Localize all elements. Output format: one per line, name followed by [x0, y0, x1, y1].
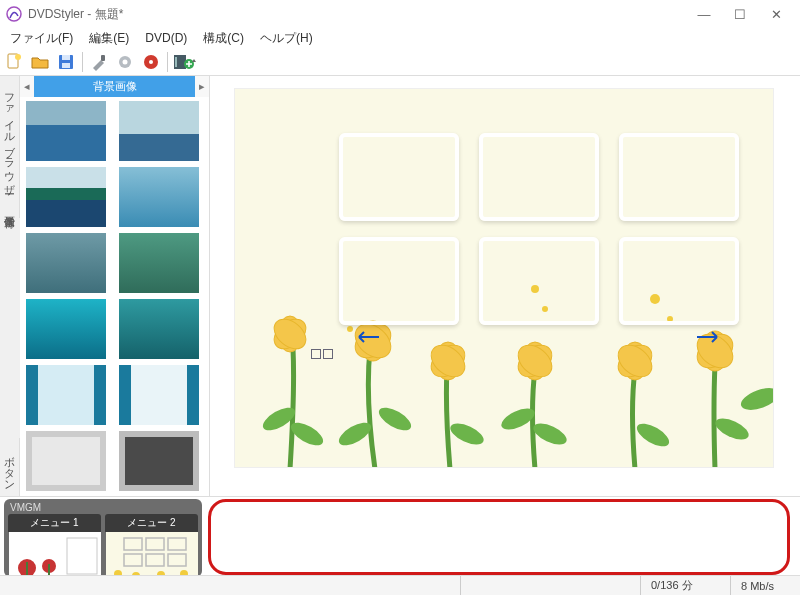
panel-next-icon[interactable]: ▸ [195, 78, 209, 96]
toolbar [0, 48, 800, 76]
side-tab-backgrounds[interactable]: 背景画像 [0, 198, 20, 218]
minimize-button[interactable]: — [686, 2, 722, 26]
svg-rect-5 [62, 63, 70, 68]
window-controls: — ☐ ✕ [686, 2, 794, 26]
app-icon [6, 6, 22, 22]
video-slot[interactable] [619, 133, 739, 221]
app-title: DVDStyler - 無題* [28, 6, 686, 23]
selection-handles-icon [311, 349, 333, 359]
bg-thumb[interactable] [26, 233, 106, 293]
vmgm-menu-2-label: メニュー 2 [105, 514, 198, 532]
svg-point-24 [447, 419, 486, 449]
video-slot[interactable] [339, 237, 459, 325]
svg-rect-4 [62, 55, 70, 60]
vmgm-menu-1-thumb [9, 532, 101, 580]
status-duration: 0/136 分 [640, 576, 730, 595]
bg-thumb[interactable] [26, 431, 106, 491]
menu-help[interactable]: ヘルプ(H) [254, 28, 319, 49]
open-button[interactable] [28, 50, 52, 74]
timeline-highlight[interactable] [208, 499, 790, 575]
bottom-strip: VMGM メニュー 1 メニュー 2 [0, 496, 800, 581]
main-area: ファイルブラウザー 背景画像 ボタン ◂ 背景画像 ▸ [0, 76, 800, 496]
menu-edit[interactable]: 編集(E) [83, 28, 135, 49]
background-thumb-scroll[interactable] [20, 97, 209, 496]
bg-thumb[interactable] [119, 101, 199, 161]
panel-title: 背景画像 [34, 76, 195, 97]
next-arrow-icon[interactable] [697, 331, 721, 343]
status-bitrate: 8 Mb/s [730, 576, 800, 595]
svg-point-27 [633, 419, 672, 451]
svg-point-8 [123, 59, 128, 64]
video-slot[interactable] [479, 237, 599, 325]
bg-thumb[interactable] [119, 431, 199, 491]
svg-point-28 [712, 414, 751, 444]
svg-point-19 [347, 326, 353, 332]
svg-point-29 [738, 384, 774, 415]
maximize-button[interactable]: ☐ [722, 2, 758, 26]
save-button[interactable] [54, 50, 78, 74]
side-tabs: ファイルブラウザー 背景画像 ボタン [0, 76, 20, 496]
video-slot[interactable] [619, 237, 739, 325]
bg-thumb[interactable] [26, 299, 106, 359]
svg-point-23 [375, 403, 414, 435]
svg-rect-6 [101, 55, 105, 61]
background-panel: ◂ 背景画像 ▸ [20, 76, 210, 496]
toolbar-separator-2 [167, 52, 168, 72]
vmgm-menu-2-thumb [106, 532, 198, 580]
video-slot[interactable] [339, 133, 459, 221]
vmgm-menu-1-label: メニュー 1 [8, 514, 101, 532]
tools-button[interactable] [87, 50, 111, 74]
prev-arrow-icon[interactable] [355, 331, 379, 343]
new-button[interactable] [2, 50, 26, 74]
bg-thumb[interactable] [26, 101, 106, 161]
svg-rect-12 [175, 57, 177, 67]
vmgm-menu-2[interactable]: メニュー 2 [105, 514, 198, 580]
vmgm-group: VMGM メニュー 1 メニュー 2 [4, 499, 202, 577]
menu-file[interactable]: ファイル(F) [4, 28, 79, 49]
video-slot[interactable] [479, 133, 599, 221]
title-bar: DVDStyler - 無題* — ☐ ✕ [0, 0, 800, 28]
svg-point-2 [15, 54, 21, 60]
settings-button[interactable] [113, 50, 137, 74]
add-file-button[interactable] [172, 50, 196, 74]
menu-bar: ファイル(F) 編集(E) DVD(D) 構成(C) ヘルプ(H) [0, 28, 800, 48]
side-tab-file-browser[interactable]: ファイルブラウザー [0, 76, 20, 198]
side-tab-buttons[interactable]: ボタン [0, 438, 20, 496]
svg-point-10 [149, 60, 153, 64]
menu-dvd[interactable]: DVD(D) [139, 29, 193, 47]
close-button[interactable]: ✕ [758, 2, 794, 26]
bg-thumb[interactable] [119, 299, 199, 359]
menu-canvas[interactable] [234, 88, 774, 468]
toolbar-separator [82, 52, 83, 72]
bg-thumb[interactable] [119, 233, 199, 293]
vmgm-menu-1[interactable]: メニュー 1 [8, 514, 101, 580]
vmgm-title: VMGM [8, 501, 198, 514]
status-bar: 0/136 分 8 Mb/s [0, 575, 800, 595]
burn-button[interactable] [139, 50, 163, 74]
svg-point-25 [530, 419, 569, 449]
bg-thumb[interactable] [119, 365, 199, 425]
bg-thumb[interactable] [26, 365, 106, 425]
panel-prev-icon[interactable]: ◂ [20, 78, 34, 96]
svg-point-0 [7, 7, 21, 21]
canvas-area [210, 76, 800, 496]
menu-config[interactable]: 構成(C) [197, 28, 250, 49]
status-progress-cell [460, 576, 640, 595]
bg-thumb[interactable] [26, 167, 106, 227]
bg-thumb[interactable] [119, 167, 199, 227]
